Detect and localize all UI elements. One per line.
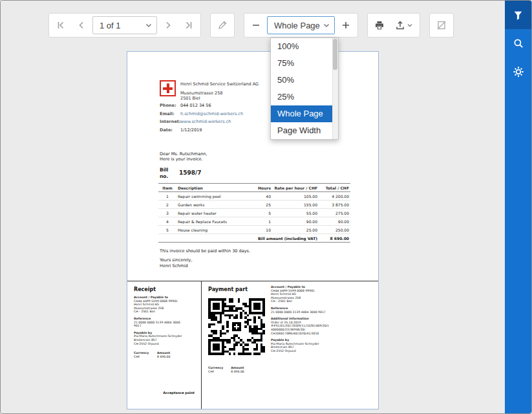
cell: 25.00 (272, 226, 319, 234)
zoom-option-whole-page[interactable]: Whole Page (271, 105, 338, 122)
right-sidebar (505, 1, 531, 413)
zoom-dropdown: 100% 75% 50% 25% Whole Page Page Width (270, 38, 339, 140)
payer-address: CH-2552 Orpund (271, 349, 373, 353)
email-label: Email: (160, 111, 180, 116)
contact-row: Date: 1/12/2019 (160, 127, 243, 133)
chevron-down-icon (407, 22, 413, 28)
last-page-button[interactable] (179, 16, 198, 35)
print-button[interactable] (370, 16, 389, 35)
bill-no-value: 1598/7 (179, 169, 202, 176)
company-address-2: 2501 Biel (180, 96, 259, 101)
cell: Repair water heater (176, 209, 245, 217)
company-block: Henri Schmid Service Switzerland AG Muse… (180, 82, 259, 101)
next-page-button[interactable] (158, 16, 178, 35)
internet-label: Internet: (160, 119, 180, 124)
payable-to-label: Account / Payable to (134, 296, 168, 299)
company-name: Henri Schmid Service Switzerland AG (180, 82, 259, 87)
cell: 3 (158, 209, 176, 217)
cell: 90.00 (272, 217, 319, 226)
search-icon (513, 38, 524, 49)
company-address-1: Museumstrasse 258 (180, 91, 259, 96)
invoice-table: Item Description Hours Rate per hour / C… (158, 183, 350, 243)
table-header-row: Item Description Hours Rate per hour / C… (158, 184, 350, 192)
first-page-button[interactable] (51, 16, 70, 35)
currency-value: CHF (134, 355, 140, 358)
salutation-line-2: Here is your invoice. (160, 157, 207, 162)
reference-label: Reference (134, 317, 151, 320)
search-button[interactable] (505, 29, 531, 58)
part-currency-amount: Currency CHF Amount 8 690.00 (208, 366, 244, 373)
zoom-option-100[interactable]: 100% (271, 38, 338, 55)
cell: Garden works (176, 201, 245, 209)
table-row: 2 Garden works 25 155.00 3 875.00 (158, 201, 350, 209)
table-total-row: Bill amount (including VAT) 8 690.00 (158, 234, 350, 243)
zoom-combo[interactable]: Whole Page (267, 16, 335, 34)
col-header-rate: Rate per hour / CHF (272, 184, 319, 192)
payment-part-section: Payment part Currency CHF Amount 8 690.0… (202, 281, 378, 409)
bill-no-label: Bill no. (160, 167, 176, 180)
payer-address: CH-2552 Orpund (134, 342, 195, 346)
report-viewer: Henri Schmid Service Switzerland AG Muse… (0, 0, 532, 414)
receipt-title: Receipt (134, 287, 195, 292)
cell: 5 (245, 209, 272, 217)
amount-value: 8 690.00 (157, 355, 170, 358)
chevron-down-icon (323, 21, 330, 29)
viewer-area: Henri Schmid Service Switzerland AG Muse… (1, 1, 531, 413)
toggle-preview-button[interactable] (432, 16, 451, 35)
document-page: Henri Schmid Service Switzerland AG Muse… (127, 51, 379, 409)
payable-by-label: Payable by (134, 331, 152, 334)
cell: 275.00 (319, 209, 350, 217)
settings-button[interactable] (505, 58, 531, 86)
currency-value: CHF (208, 370, 214, 373)
export-button[interactable] (390, 16, 418, 35)
phone-value: 044 012 34 56 (180, 103, 211, 108)
zoom-option-page-width[interactable]: Page Width (271, 122, 338, 139)
edit-icon (217, 20, 228, 30)
payment-slip: Receipt Account / Payable to CH44 4499 5… (127, 281, 378, 409)
receipt-payable-by: Payable by Pia-Maria Rutschmann-Schnyder… (134, 331, 195, 345)
cell: 155.00 (272, 201, 319, 209)
zoom-option-75[interactable]: 75% (271, 55, 338, 72)
col-header-item: Item (158, 184, 176, 192)
zoom-group: Whole Page (244, 13, 358, 38)
contact-row: Email: h.schmid@schmid-workers.ch (160, 111, 243, 116)
payable-by-label: Payable by (271, 338, 289, 342)
cell: 25 (245, 201, 272, 209)
zoom-option-25[interactable]: 25% (271, 89, 338, 105)
receipt-currency-amount: Currency CHF Amount 8 690.00 (134, 351, 195, 358)
cell: 10 (245, 226, 272, 234)
previous-page-button[interactable] (72, 16, 91, 35)
first-page-icon (56, 20, 66, 30)
payment-part-info: Account / Payable to CH44 4499 5599 0008… (271, 285, 373, 353)
page-number-label: 1 of 1 (100, 21, 121, 30)
currency-col: Currency CHF (134, 351, 149, 358)
cell: Repair swimming pool (176, 192, 245, 201)
filter-icon (513, 10, 524, 21)
acceptance-point-label: Acceptance point (163, 391, 195, 395)
page-number-combo[interactable]: 1 of 1 (92, 16, 157, 34)
amount-col: Amount 8 690.00 (157, 351, 170, 358)
currency-col: Currency CHF (208, 366, 223, 373)
cell: 40 (245, 192, 272, 201)
zoom-out-button[interactable] (246, 16, 266, 35)
gear-icon (513, 66, 524, 78)
zoom-value-label: Whole Page (274, 21, 320, 30)
table-row: 4 Repair & Replace Faucets 1 90.00 90.00 (158, 217, 350, 226)
dropdown-scrollbar[interactable] (332, 38, 338, 139)
dropdown-scrollbar-thumb[interactable] (333, 39, 337, 70)
payment-terms-note: This invoice should be paid within 30 da… (160, 248, 250, 254)
parameters-button[interactable] (505, 1, 531, 29)
edit-button[interactable] (213, 16, 232, 35)
prev-page-icon (76, 20, 87, 30)
zoom-option-50[interactable]: 50% (271, 72, 338, 89)
contact-row: Internet: www.schmid-workers.ch (160, 119, 243, 124)
cell: 5 (158, 226, 176, 234)
zoom-in-button[interactable] (336, 16, 356, 35)
payee-address: CH - 2501 Biel (271, 300, 373, 303)
salutation-line-1: Dear Ms. Rutschmann, (160, 151, 207, 157)
cell: 55.00 (272, 209, 319, 217)
reference-value: 21 0000 0000 3139 4004 3000 9017 (271, 310, 373, 314)
additional-info-line: CH106017086/40/1020/41/3010 (271, 332, 373, 336)
reference-label: Reference (271, 307, 288, 310)
email-value: h.schmid@schmid-workers.ch (180, 111, 243, 116)
